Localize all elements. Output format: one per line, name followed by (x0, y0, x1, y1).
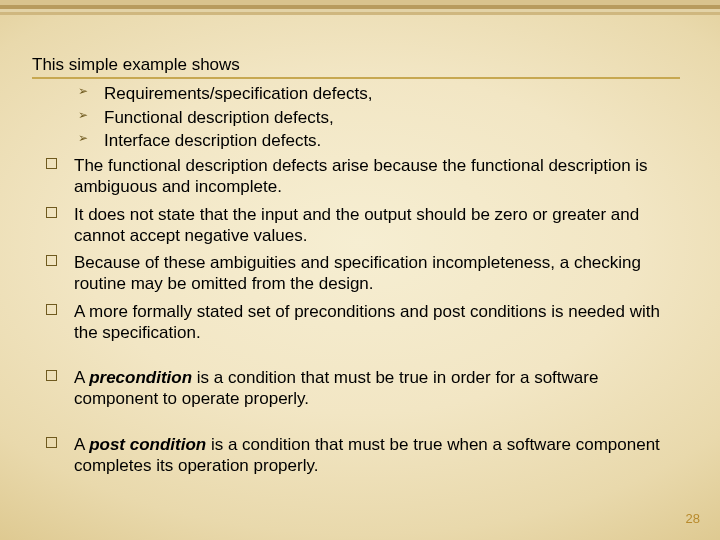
list-item-text: Requirements/specification defects, (104, 84, 372, 103)
list-item-text: A post condition is a condition that mus… (74, 435, 660, 475)
header-stripes (0, 0, 720, 28)
box-bullet-icon (46, 304, 57, 315)
arrow-list: ➢ Requirements/specification defects, ➢ … (32, 83, 680, 151)
list-item-text: The functional description defects arise… (74, 156, 648, 196)
list-item: A more formally stated set of preconditi… (46, 301, 680, 344)
text-prefix: A (74, 368, 89, 387)
box-bullet-icon (46, 437, 57, 448)
list-item-text: It does not state that the input and the… (74, 205, 639, 245)
box-list-3: A post condition is a condition that mus… (32, 434, 680, 477)
arrow-bullet-icon: ➢ (78, 84, 88, 99)
list-item-text: Functional description defects, (104, 108, 334, 127)
term-precondition: precondition (89, 368, 192, 387)
box-list-2: A precondition is a condition that must … (32, 367, 680, 410)
arrow-bullet-icon: ➢ (78, 108, 88, 123)
content-area: This simple example shows ➢ Requirements… (32, 54, 680, 482)
list-item-text: A precondition is a condition that must … (74, 368, 598, 408)
list-item: ➢ Functional description defects, (78, 107, 680, 128)
term-postcondition: post condition (89, 435, 206, 454)
stripe (0, 12, 720, 15)
list-item: A post condition is a condition that mus… (46, 434, 680, 477)
divider (32, 77, 680, 79)
text-prefix: A (74, 435, 89, 454)
list-item-text: A more formally stated set of preconditi… (74, 302, 660, 342)
list-item-text: Because of these ambiguities and specifi… (74, 253, 641, 293)
list-item: A precondition is a condition that must … (46, 367, 680, 410)
list-item: The functional description defects arise… (46, 155, 680, 198)
list-item: ➢ Requirements/specification defects, (78, 83, 680, 104)
list-item-text: Interface description defects. (104, 131, 321, 150)
list-item: ➢ Interface description defects. (78, 130, 680, 151)
box-bullet-icon (46, 370, 57, 381)
arrow-bullet-icon: ➢ (78, 131, 88, 146)
intro-text: This simple example shows (32, 54, 680, 75)
box-bullet-icon (46, 255, 57, 266)
box-bullet-icon (46, 207, 57, 218)
page-number: 28 (686, 511, 700, 526)
list-item: It does not state that the input and the… (46, 204, 680, 247)
box-bullet-icon (46, 158, 57, 169)
list-item: Because of these ambiguities and specifi… (46, 252, 680, 295)
box-list-1: The functional description defects arise… (32, 155, 680, 343)
slide: This simple example shows ➢ Requirements… (0, 0, 720, 540)
